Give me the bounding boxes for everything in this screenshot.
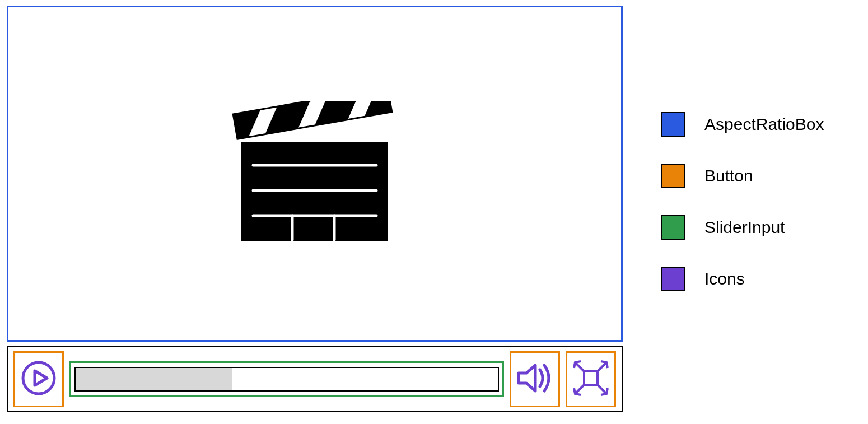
svg-rect-0 — [233, 101, 392, 139]
legend-label: Icons — [704, 269, 745, 288]
controls-bar — [7, 346, 623, 412]
progress-slider[interactable] — [69, 361, 504, 397]
svg-line-16 — [598, 362, 606, 371]
legend-label: Button — [704, 166, 753, 185]
fullscreen-icon — [568, 356, 613, 403]
play-icon — [19, 358, 58, 400]
legend-swatch — [661, 164, 685, 188]
legend-swatch — [661, 215, 685, 240]
legend-label: SliderInput — [704, 218, 785, 237]
volume-icon — [513, 356, 557, 402]
slider-track — [74, 367, 499, 392]
legend: AspectRatioBox Button SliderInput Icons — [661, 112, 824, 291]
aspect-ratio-box — [7, 6, 623, 342]
video-player-wireframe — [7, 6, 623, 412]
svg-line-18 — [598, 385, 606, 394]
legend-item-aspectratiobox: AspectRatioBox — [661, 112, 824, 137]
svg-line-15 — [575, 362, 584, 371]
legend-item-sliderinput: SliderInput — [661, 215, 824, 240]
clapperboard-icon — [231, 101, 399, 246]
legend-label: AspectRatioBox — [704, 115, 824, 134]
legend-swatch — [661, 112, 685, 137]
legend-item-button: Button — [661, 164, 824, 188]
fullscreen-button[interactable] — [566, 351, 616, 407]
legend-item-icons: Icons — [661, 267, 824, 291]
legend-swatch — [661, 267, 685, 291]
svg-point-11 — [23, 362, 54, 394]
svg-marker-12 — [35, 371, 47, 385]
svg-rect-14 — [584, 371, 598, 385]
svg-marker-13 — [519, 365, 535, 391]
volume-button[interactable] — [510, 351, 560, 407]
slider-fill — [76, 368, 232, 390]
play-button[interactable] — [13, 351, 64, 407]
svg-line-17 — [575, 385, 584, 394]
